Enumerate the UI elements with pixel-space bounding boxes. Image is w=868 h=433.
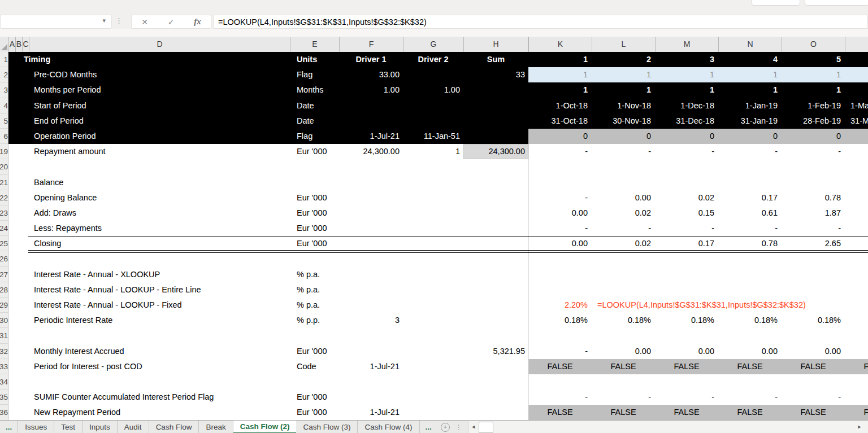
cell-label[interactable]: Months per Period <box>8 82 290 98</box>
cell-period-5[interactable] <box>782 328 845 343</box>
cell-units[interactable]: Eur '000 <box>290 205 339 221</box>
cell-period-3[interactable]: 0.00 <box>655 344 718 359</box>
column-header-E[interactable]: E <box>290 37 340 52</box>
cell-period-5[interactable]: 1 <box>782 67 845 82</box>
cell-units[interactable]: Eur '000 <box>290 405 339 420</box>
cell-driver2[interactable] <box>403 98 463 113</box>
tab-overflow-left[interactable]: ... <box>0 421 18 433</box>
cell-period-3[interactable]: FALSE <box>655 405 718 420</box>
cell-period-5[interactable]: 5 <box>782 52 845 67</box>
cell-driver1[interactable] <box>339 159 403 174</box>
cell-period-2[interactable] <box>592 374 655 390</box>
cell-driver2[interactable] <box>403 175 463 190</box>
cell-sum[interactable] <box>463 359 528 374</box>
cell-period-1[interactable]: - <box>528 190 592 205</box>
cell-period-2[interactable]: 1 <box>592 67 655 82</box>
cell-driver1[interactable] <box>339 98 403 113</box>
cell-period-3[interactable] <box>655 175 718 190</box>
cell-label[interactable]: Pre-COD Months <box>8 67 290 82</box>
scrollbar-thumb[interactable] <box>479 422 493 433</box>
cell-period-5[interactable]: 1.87 <box>782 205 845 221</box>
column-header-G[interactable]: G <box>403 37 464 52</box>
cell-period-2[interactable] <box>592 159 655 174</box>
cell-period-1[interactable]: 2.20% <box>528 298 592 313</box>
cell-period-6[interactable] <box>845 328 868 343</box>
cell-period-1[interactable] <box>528 282 592 298</box>
cell-sum[interactable] <box>463 390 528 405</box>
cell-driver1[interactable]: Driver 1 <box>339 52 403 67</box>
cell-period-5[interactable]: 0 <box>782 129 845 144</box>
cell-units[interactable] <box>290 159 339 174</box>
cell-period-4[interactable]: - <box>718 144 782 159</box>
tab-overflow-right[interactable]: ... <box>420 421 437 433</box>
cell-units[interactable]: Date <box>290 113 339 129</box>
cell-driver2[interactable] <box>403 236 463 251</box>
cell-period-4[interactable]: 0.17 <box>718 190 782 205</box>
cell-units[interactable]: % p.a. <box>290 298 339 313</box>
cell-sum[interactable]: 33 <box>463 67 528 82</box>
cell-driver1[interactable]: 33.00 <box>339 67 403 82</box>
cell-driver1[interactable]: 1.00 <box>339 82 403 98</box>
cell-units[interactable]: Eur '000 <box>290 190 339 205</box>
cell-period-2[interactable]: 0 <box>592 129 655 144</box>
cell-period-1[interactable]: FALSE <box>528 405 592 420</box>
sheet-tab-cash-flow-4[interactable]: Cash Flow (4) <box>358 421 419 433</box>
cell-period-4[interactable]: 31-Jan-19 <box>718 113 782 129</box>
cell-period-6[interactable] <box>845 205 868 221</box>
cell-period-3[interactable]: 0.18% <box>655 313 718 328</box>
ribbon-button-fragment[interactable] <box>752 0 800 6</box>
row-header-33[interactable]: 33 <box>0 359 8 374</box>
row-header-19[interactable]: 19 <box>0 144 8 159</box>
sheet-tab-cash-flow[interactable]: Cash Flow <box>149 421 199 433</box>
cell-driver2[interactable] <box>403 113 463 129</box>
cell-label[interactable]: New Repayment Period <box>8 405 290 420</box>
cell-period-3[interactable]: 0 <box>655 129 718 144</box>
row-header-20[interactable]: 20 <box>0 159 8 174</box>
cell-driver2[interactable] <box>403 205 463 221</box>
cell-units[interactable]: Flag <box>290 129 339 144</box>
row-header-4[interactable]: 4 <box>0 98 8 113</box>
cell-period-1[interactable]: - <box>528 344 592 359</box>
scroll-left-icon[interactable]: ◄ <box>470 421 478 433</box>
cell-period-3[interactable]: 1 <box>655 67 718 82</box>
cell-period-6[interactable]: 1-Mar-19 <box>845 98 868 113</box>
sheet-tab-issues[interactable]: Issues <box>18 421 54 433</box>
cell-period-2[interactable]: FALSE <box>592 359 655 374</box>
column-header-O[interactable]: O <box>782 37 845 52</box>
column-header-L[interactable]: L <box>592 37 656 52</box>
cell-period-4[interactable] <box>718 251 782 266</box>
cell-period-5[interactable]: FALSE <box>782 359 845 374</box>
cancel-icon[interactable]: ✕ <box>141 18 148 27</box>
cell-period-3[interactable]: 31-Dec-18 <box>655 113 718 129</box>
cell-label[interactable]: Add: Draws <box>8 205 290 221</box>
cell-units[interactable]: % p.p. <box>290 313 339 328</box>
row-header-31[interactable]: 31 <box>0 328 8 343</box>
cell-period-1[interactable] <box>528 328 592 343</box>
cell-units[interactable] <box>290 374 339 390</box>
cell-period-5[interactable] <box>782 282 845 298</box>
cell-period-6[interactable] <box>845 144 868 159</box>
cell-units[interactable] <box>290 328 339 343</box>
cell-period-4[interactable]: 0.18% <box>718 313 782 328</box>
cell-period-6[interactable] <box>845 267 868 282</box>
cell-period-6[interactable] <box>845 282 868 298</box>
cell-period-4[interactable]: - <box>718 221 782 236</box>
cell-sum[interactable] <box>463 82 528 98</box>
cell-units[interactable]: Eur '000 <box>290 390 339 405</box>
cell-driver2[interactable] <box>403 190 463 205</box>
cell-period-2[interactable]: 2 <box>592 52 655 67</box>
cell-driver2[interactable] <box>403 374 463 390</box>
cell-period-1[interactable]: 0.00 <box>528 236 592 251</box>
cell-driver1[interactable] <box>339 390 403 405</box>
cell-period-3[interactable]: - <box>655 144 718 159</box>
row-header-27[interactable]: 27 <box>0 267 8 282</box>
cell-sum[interactable] <box>463 405 528 420</box>
cell-sum[interactable] <box>463 205 528 221</box>
row-header-24[interactable]: 24 <box>0 221 8 236</box>
cell-sum[interactable] <box>463 374 528 390</box>
cell-driver1[interactable] <box>339 344 403 359</box>
cell-period-5[interactable]: 2.65 <box>782 236 845 251</box>
row-header-5[interactable]: 5 <box>0 113 8 129</box>
cell-period-3[interactable]: FALSE <box>655 359 718 374</box>
cell-period-4[interactable] <box>718 267 782 282</box>
